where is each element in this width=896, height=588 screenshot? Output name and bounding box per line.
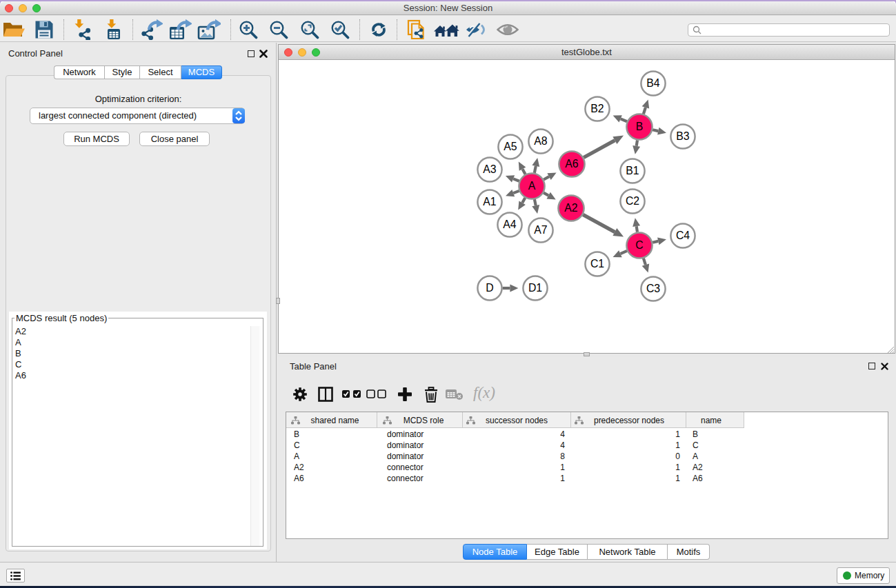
svg-text:C: C xyxy=(635,239,643,251)
svg-text:A2: A2 xyxy=(564,202,577,214)
svg-text:A8: A8 xyxy=(534,135,548,147)
svg-text:B1: B1 xyxy=(626,165,639,176)
svg-text:A5: A5 xyxy=(504,141,517,152)
svg-text:D: D xyxy=(486,282,493,294)
svg-text:B: B xyxy=(636,121,644,132)
svg-text:C2: C2 xyxy=(626,195,639,207)
svg-text:C3: C3 xyxy=(646,283,660,294)
svg-text:B4: B4 xyxy=(646,77,660,89)
svg-text:A6: A6 xyxy=(565,158,579,170)
svg-text:B2: B2 xyxy=(590,103,604,114)
svg-text:B3: B3 xyxy=(676,130,690,142)
svg-text:A1: A1 xyxy=(483,196,497,207)
svg-text:A3: A3 xyxy=(483,163,497,175)
svg-text:A4: A4 xyxy=(503,219,517,230)
svg-text:C1: C1 xyxy=(590,258,604,270)
svg-text:A: A xyxy=(528,180,536,192)
svg-text:D1: D1 xyxy=(528,282,542,294)
svg-text:C4: C4 xyxy=(676,230,690,241)
svg-text:A7: A7 xyxy=(534,224,547,236)
